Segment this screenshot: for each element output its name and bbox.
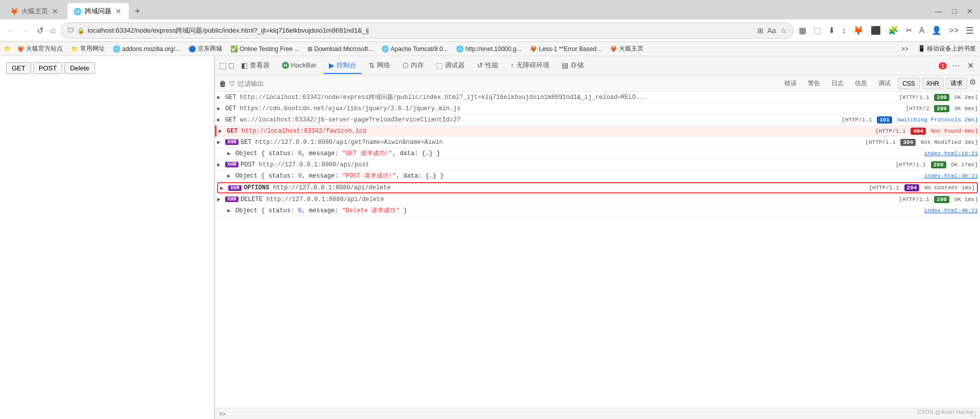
- source-ref-5[interactable]: index.html:19:21: [924, 151, 978, 157]
- source-ref-10[interactable]: index.html:40:21: [924, 208, 978, 214]
- console-filter-bar: 🗑 ▽ 错误 警告 日志 信息 调试 CSS XHR 请求 ⚙: [215, 76, 980, 92]
- tab-memory[interactable]: ⬡ 内存: [397, 58, 429, 74]
- row-url-1: https://cdn.bootcdn.net/ajax/libs/jquery…: [240, 105, 906, 112]
- filter-info-btn[interactable]: 信息: [851, 78, 871, 89]
- expand-arrow-4[interactable]: ▶: [217, 139, 225, 145]
- bookmark-firefox-official[interactable]: 🦊 火狐官方站点: [14, 43, 66, 54]
- home-button[interactable]: ⌂: [49, 24, 58, 37]
- tab-performance[interactable]: ↺ 性能: [472, 58, 504, 74]
- bookmark-tomcat[interactable]: 🌐 Apache Tomcat/8.0...: [378, 44, 451, 54]
- mobile-bookmark-icon[interactable]: 📱 移动设备上的书签: [918, 44, 976, 53]
- storage-icon: ▤: [562, 61, 568, 69]
- forward-button[interactable]: →: [19, 24, 32, 37]
- expand-arrow-5[interactable]: ▶: [227, 150, 235, 157]
- delete-button[interactable]: Delete: [64, 62, 95, 74]
- translate-icon[interactable]: ⊞: [757, 27, 763, 35]
- addons-icon[interactable]: 🧩: [886, 23, 900, 37]
- lock-icon: 🔒: [77, 27, 85, 34]
- filter-log-btn[interactable]: 日志: [827, 78, 848, 89]
- new-tab-button[interactable]: +: [131, 6, 145, 17]
- bookmark-star-icon[interactable]: ☆: [780, 27, 787, 35]
- tab-icon-2: 🌐: [74, 8, 82, 15]
- filter-input[interactable]: [237, 80, 777, 87]
- expand-arrow-9[interactable]: ▶: [217, 196, 225, 203]
- tab-close-1[interactable]: ✕: [51, 7, 59, 15]
- security-icon: 🛡: [67, 27, 74, 34]
- devtools-copy-icon[interactable]: ⬚: [219, 61, 227, 70]
- bookmark-jd[interactable]: 🔵 京东商城: [185, 43, 225, 54]
- more-tools-icon[interactable]: >>: [947, 24, 961, 37]
- source-ref-7[interactable]: index.html:30:21: [924, 173, 978, 179]
- sync-icon[interactable]: ↕: [840, 24, 848, 37]
- container-icon[interactable]: ▦: [797, 23, 808, 37]
- bookmark-ff-home[interactable]: 🦊 火狐主页: [607, 43, 647, 54]
- network-icon: ⇅: [369, 61, 375, 69]
- bookmarks-overflow[interactable]: >>: [898, 44, 912, 54]
- menu-button[interactable]: ☰: [964, 23, 976, 38]
- close-button[interactable]: ✕: [964, 6, 976, 16]
- expand-arrow-2[interactable]: ▶: [217, 116, 225, 123]
- bookmark-less[interactable]: 🦊 Less-1 **Error Based...: [527, 44, 605, 54]
- reload-button[interactable]: ↺: [35, 23, 45, 37]
- download-icon[interactable]: ⬇: [826, 23, 837, 37]
- tab-debugger[interactable]: ⬚ 调试器: [431, 58, 470, 74]
- tab-network[interactable]: ⇅ 网络: [364, 58, 395, 74]
- tab-firefox-home[interactable]: 🦊 火狐主页 ✕: [4, 3, 65, 19]
- row-url-9: http://127.0.0.1:8080/api/delete: [266, 196, 899, 203]
- tab-cross-domain[interactable]: 🌐 跨域问题 ✕: [67, 3, 129, 19]
- tab-accessibility[interactable]: ↑ 无障碍环境: [506, 58, 555, 74]
- memory-icon: ⬡: [402, 61, 409, 69]
- tab-close-2[interactable]: ✕: [114, 7, 123, 15]
- screenshot-icon[interactable]: ✂: [903, 23, 914, 37]
- translate-toolbar-icon[interactable]: A: [917, 24, 927, 37]
- console-row-object-get: ▶ Object { status: 0, message: "GET 请求成功…: [215, 148, 980, 159]
- devtools-inspect-icon[interactable]: □: [229, 61, 234, 70]
- status-badge-2: 101: [877, 116, 892, 124]
- devtools-close-icon[interactable]: ✕: [965, 59, 976, 72]
- expand-arrow-0[interactable]: ▶: [217, 94, 225, 101]
- xhr-badge-8: XHR: [228, 185, 242, 191]
- status-badge-0: 200: [934, 94, 949, 101]
- row-url-4: http://127.0.0.1:8080/api/get?name=Aiwin…: [255, 139, 866, 146]
- clear-console-icon[interactable]: 🗑: [219, 80, 226, 88]
- expand-arrow-7[interactable]: ▶: [227, 172, 235, 179]
- devtools-more-icon[interactable]: ⋯: [950, 59, 962, 72]
- bookmark-online-testing[interactable]: ✅ Online Testing Free ...: [227, 44, 302, 54]
- post-button[interactable]: POST: [33, 62, 62, 74]
- bookmark-addons[interactable]: 🌐 addons.mozilla.org/...: [110, 44, 183, 54]
- filter-warnings-btn[interactable]: 警告: [804, 78, 824, 89]
- bookmark-enet[interactable]: 🌐 http://enet.10000.g...: [453, 44, 524, 54]
- firefox-account-icon[interactable]: 🦊: [851, 23, 866, 37]
- console-settings-icon[interactable]: ⚙: [969, 78, 976, 89]
- maximize-button[interactable]: □: [949, 6, 960, 16]
- expand-arrow-3[interactable]: ▶: [219, 128, 227, 134]
- tab-manager-icon[interactable]: ⬚: [811, 23, 823, 37]
- get-button[interactable]: GET: [6, 62, 31, 74]
- back-button[interactable]: ←: [4, 24, 16, 37]
- tab-hackbar[interactable]: H HackBar: [277, 58, 322, 73]
- address-bar: ← → ↺ ⌂ 🛡 🔒 localhost:63342/node/express…: [0, 19, 980, 42]
- minimize-button[interactable]: —: [932, 6, 945, 16]
- request-filter-btn[interactable]: 请求: [946, 78, 967, 89]
- reader-icon[interactable]: Aa: [768, 27, 776, 35]
- xhr-filter-btn[interactable]: XHR: [922, 78, 944, 89]
- filter-debug-btn[interactable]: 调试: [874, 78, 895, 89]
- tab-console[interactable]: ▶ 控制台: [324, 58, 362, 74]
- devtools-right-controls: 1 ⋯ ✕: [939, 59, 976, 72]
- method-label-1: GET: [225, 105, 236, 112]
- tab-inspector[interactable]: ◧ 查看器: [236, 58, 275, 74]
- bookmark-microsoft[interactable]: ⊞ Download Microsoft...: [304, 44, 376, 54]
- profile-icon[interactable]: 👤: [929, 23, 944, 37]
- bookmark-common[interactable]: 📁 常用网址: [68, 43, 108, 54]
- inspector-icon: ◧: [241, 61, 248, 69]
- css-filter-btn[interactable]: CSS: [898, 78, 920, 89]
- filter-errors-btn[interactable]: 错误: [780, 78, 801, 89]
- expand-arrow-8[interactable]: ▶: [220, 185, 228, 191]
- expand-arrow-1[interactable]: ▶: [217, 105, 225, 112]
- bottom-more-icon[interactable]: >>: [219, 411, 226, 417]
- address-field[interactable]: 🛡 🔒 localhost:63342/node/express跨域问题/pub…: [61, 22, 794, 39]
- expand-arrow-10[interactable]: ▶: [227, 207, 235, 214]
- expand-arrow-6[interactable]: ▶: [217, 161, 225, 168]
- blocks-icon[interactable]: ⬛: [869, 23, 883, 37]
- tab-storage[interactable]: ▤ 存储: [557, 58, 589, 74]
